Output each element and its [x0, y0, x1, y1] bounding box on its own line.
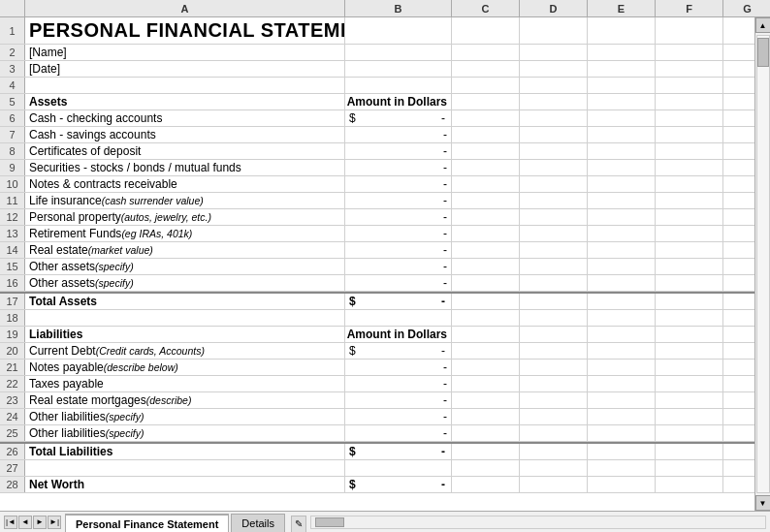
cell-d20	[520, 343, 588, 359]
cell-g2	[723, 45, 754, 60]
cell-d26	[520, 444, 588, 459]
cell-d24	[520, 409, 588, 424]
life-insurance-label[interactable]: Life insurance (cash surrender value)	[25, 193, 345, 208]
other-assets-1-label[interactable]: Other assets (specify)	[25, 259, 345, 274]
other-liabilities-2-label[interactable]: Other liabilities (specify)	[25, 425, 345, 441]
total-assets-value[interactable]: $-	[345, 294, 452, 309]
cash-checking-label[interactable]: Cash - checking accounts	[25, 110, 345, 126]
cell-g13	[723, 226, 754, 241]
cert-deposit-label[interactable]: Certificates of deposit	[25, 143, 345, 159]
real-estate-label[interactable]: Real estate (market value)	[25, 242, 345, 258]
scroll-thumb-h[interactable]	[315, 517, 344, 527]
cell-g5	[723, 94, 754, 110]
spreadsheet: A B C D E F G 1 PERSONAL FINANCIAL STATE…	[0, 0, 770, 532]
cash-checking-value[interactable]: $-	[345, 110, 452, 126]
personal-property-value[interactable]: -	[345, 209, 452, 225]
securities-value[interactable]: -	[345, 160, 452, 175]
tab-first-button[interactable]: |◄	[4, 516, 17, 529]
tab-details[interactable]: Details	[231, 514, 285, 533]
cell-g19	[723, 327, 754, 342]
row-num: 16	[0, 275, 25, 291]
cell-d13	[520, 226, 588, 241]
cell-a3[interactable]: [Date]	[25, 61, 345, 77]
table-row: 16 Other assets (specify) -	[0, 275, 754, 292]
col-header-c: C	[452, 0, 520, 16]
cell-e26	[588, 444, 656, 459]
tab-prev-button[interactable]: ◄	[18, 516, 32, 529]
table-row: 19 Liabilities Amount in Dollars	[0, 327, 754, 343]
cell-a1[interactable]: PERSONAL FINANCIAL STATEMENT	[25, 17, 345, 44]
cell-g25	[723, 425, 754, 441]
cell-d1	[520, 17, 588, 44]
cell-c21	[452, 360, 520, 375]
other-assets-2-label[interactable]: Other assets (specify)	[25, 275, 345, 291]
notes-payable-value[interactable]: -	[345, 360, 452, 375]
cell-f13	[656, 226, 723, 241]
table-row: 8 Certificates of deposit -	[0, 143, 754, 160]
cell-c23	[452, 392, 520, 408]
cell-c14	[452, 242, 520, 258]
cash-savings-value[interactable]: -	[345, 127, 452, 142]
tab-scroll-buttons[interactable]: |◄ ◄ ► ►|	[4, 516, 61, 529]
cash-savings-label[interactable]: Cash - savings accounts	[25, 127, 345, 142]
real-estate-mortgages-label[interactable]: Real estate mortgages (describe)	[25, 392, 345, 408]
other-liabilities-1-label[interactable]: Other liabilities (specify)	[25, 409, 345, 424]
real-estate-value[interactable]: -	[345, 242, 452, 258]
row-num: 18	[0, 310, 25, 326]
tab-add-icon[interactable]: ✎	[291, 516, 306, 533]
sheet-content[interactable]: 1 PERSONAL FINANCIAL STATEMENT 2 [Name]	[0, 17, 754, 511]
other-assets-2-value[interactable]: -	[345, 275, 452, 291]
scroll-down-button[interactable]: ▼	[755, 495, 771, 511]
cell-c26	[452, 444, 520, 459]
retirement-funds-value[interactable]: -	[345, 226, 452, 241]
scroll-track[interactable]	[756, 35, 770, 493]
retirement-funds-label[interactable]: Retirement Funds (eg IRAs, 401k)	[25, 226, 345, 241]
current-debt-value[interactable]: $-	[345, 343, 452, 359]
cell-d2	[520, 45, 588, 60]
total-assets-label: Total Assets	[25, 294, 345, 309]
notes-contracts-label[interactable]: Notes & contracts receivable	[25, 176, 345, 192]
row-num: 4	[0, 78, 25, 93]
cell-f28	[656, 477, 723, 492]
table-row: 25 Other liabilities (specify) -	[0, 425, 754, 442]
cell-f24	[656, 409, 723, 424]
cell-a2[interactable]: [Name]	[25, 45, 345, 60]
other-liabilities-1-value[interactable]: -	[345, 409, 452, 424]
personal-property-label[interactable]: Personal property (autos, jewelry, etc.)	[25, 209, 345, 225]
total-liabilities-value[interactable]: $-	[345, 444, 452, 459]
cell-d5	[520, 94, 588, 110]
vertical-scrollbar[interactable]: ▲ ▼	[754, 17, 770, 511]
cell-c7	[452, 127, 520, 142]
real-estate-mortgages-value[interactable]: -	[345, 392, 452, 408]
notes-contracts-value[interactable]: -	[345, 176, 452, 192]
scroll-up-button[interactable]: ▲	[755, 17, 771, 33]
taxes-payable-value[interactable]: -	[345, 376, 452, 391]
cell-d16	[520, 275, 588, 291]
other-liabilities-2-value[interactable]: -	[345, 425, 452, 441]
cell-c10	[452, 176, 520, 192]
other-assets-1-value[interactable]: -	[345, 259, 452, 274]
cell-b1	[345, 17, 452, 44]
cell-f15	[656, 259, 723, 274]
row-num: 3	[0, 61, 25, 77]
notes-payable-label[interactable]: Notes payable (describe below)	[25, 360, 345, 375]
tab-last-button[interactable]: ►|	[48, 516, 61, 529]
horizontal-scrollbar[interactable]	[310, 516, 766, 529]
cert-deposit-value[interactable]: -	[345, 143, 452, 159]
cell-d23	[520, 392, 588, 408]
total-liabilities-label: Total Liabilities	[25, 444, 345, 459]
cell-d27	[520, 460, 588, 476]
net-worth-value[interactable]: $-	[345, 477, 452, 492]
cell-f22	[656, 376, 723, 391]
tab-next-button[interactable]: ►	[33, 516, 47, 529]
tab-personal-finance-statement[interactable]: Personal Finance Statement	[65, 514, 229, 533]
securities-label[interactable]: Securities - stocks / bonds / mutual fun…	[25, 160, 345, 175]
cell-f27	[656, 460, 723, 476]
taxes-payable-label[interactable]: Taxes payable	[25, 376, 345, 391]
col-header-a: A	[25, 0, 345, 16]
current-debt-label[interactable]: Current Debt (Credit cards, Accounts)	[25, 343, 345, 359]
cell-g22	[723, 376, 754, 391]
scroll-thumb[interactable]	[757, 38, 769, 67]
life-insurance-value[interactable]: -	[345, 193, 452, 208]
cell-c27	[452, 460, 520, 476]
